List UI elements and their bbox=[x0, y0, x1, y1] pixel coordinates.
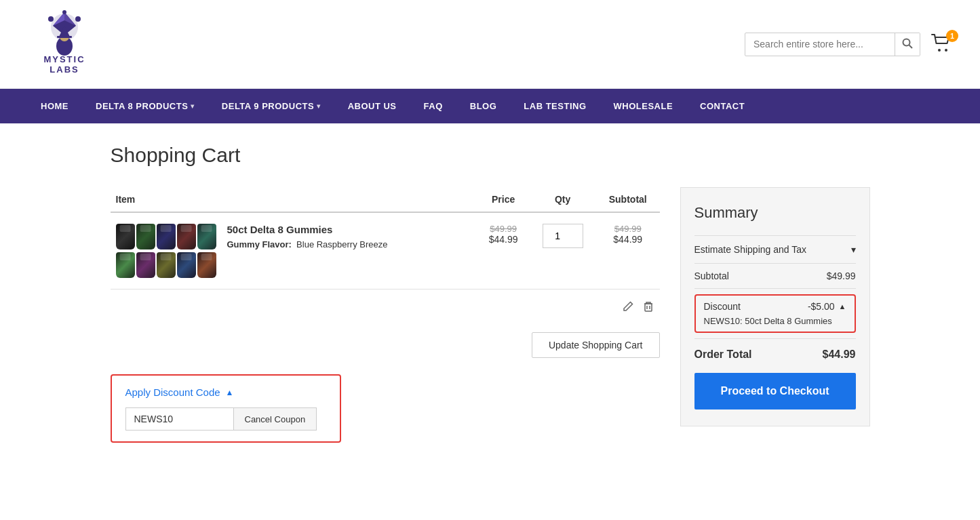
nav-link-contact[interactable]: CONTACT bbox=[686, 89, 758, 123]
order-total-row: Order Total $44.99 bbox=[694, 338, 856, 373]
nav-item-contact[interactable]: CONTACT bbox=[686, 89, 758, 123]
summary-panel: Summary Estimate Shipping and Tax ▾ Subt… bbox=[680, 187, 870, 426]
svg-point-4 bbox=[48, 16, 54, 22]
subtotal-value: $49.99 bbox=[827, 271, 856, 281]
cart-layout: Item Price Qty Subtotal bbox=[111, 187, 870, 443]
search-button[interactable] bbox=[895, 33, 920, 56]
nav-link-about[interactable]: ABOUT US bbox=[334, 89, 410, 123]
qty-cell bbox=[529, 212, 596, 289]
update-cart-button[interactable]: Update Shopping Cart bbox=[532, 332, 660, 358]
nav-item-faq[interactable]: FAQ bbox=[410, 89, 456, 123]
subtotal-sale: $44.99 bbox=[602, 234, 654, 245]
edit-icon[interactable] bbox=[622, 300, 634, 316]
discount-section: Apply Discount Code ▲ Cancel Coupon bbox=[111, 374, 341, 443]
svg-line-14 bbox=[909, 45, 913, 48]
search-icon bbox=[902, 38, 913, 49]
logo[interactable]: MYSTIC LABS bbox=[27, 7, 102, 81]
discount-wrapper: Discount -$5.00 ▲ NEWS10: 50ct Delta 8 G… bbox=[694, 289, 856, 338]
nav-link-blog[interactable]: BLOG bbox=[456, 89, 511, 123]
cart-main: Item Price Qty Subtotal bbox=[111, 187, 660, 443]
col-header-subtotal: Subtotal bbox=[596, 187, 660, 212]
cart-icon-wrap[interactable]: 1 bbox=[931, 34, 953, 55]
discount-amount: -$5.00 ▲ bbox=[808, 301, 846, 312]
chevron-up-icon: ▲ bbox=[839, 302, 846, 311]
discount-coupon-label: NEWS10: 50ct Delta 8 Gummies bbox=[704, 316, 846, 326]
svg-rect-10 bbox=[57, 36, 72, 38]
main-nav: HOME DELTA 8 PRODUCTS ▾ DELTA 9 PRODUCTS… bbox=[0, 89, 980, 123]
product-bottle bbox=[136, 224, 155, 249]
page-title: Shopping Cart bbox=[111, 144, 870, 167]
nav-item-home[interactable]: HOME bbox=[27, 89, 82, 123]
product-cell: 50ct Delta 8 Gummies Gummy Flavor: Blue … bbox=[116, 224, 472, 278]
svg-rect-17 bbox=[645, 304, 652, 311]
summary-subtotal-row: Subtotal $49.99 bbox=[694, 264, 856, 289]
order-total-value: $44.99 bbox=[823, 348, 856, 361]
product-attribute: Gummy Flavor: Blue Raspberry Breeze bbox=[227, 239, 388, 249]
attribute-label: Gummy Flavor: bbox=[227, 239, 292, 249]
price-cell: $49.99 $44.99 bbox=[477, 212, 529, 289]
cart-badge: 1 bbox=[946, 30, 958, 42]
logo-image: MYSTIC LABS bbox=[27, 7, 102, 81]
col-header-price: Price bbox=[477, 187, 529, 212]
search-wrapper bbox=[745, 33, 920, 56]
checkout-button[interactable]: Proceed to Checkout bbox=[694, 373, 856, 409]
subtotal-label: Subtotal bbox=[694, 271, 729, 281]
discount-toggle[interactable]: Apply Discount Code ▲ bbox=[125, 386, 326, 398]
product-bottle bbox=[116, 252, 135, 278]
discount-header-row: Discount -$5.00 ▲ bbox=[704, 301, 846, 312]
discount-label: Discount bbox=[704, 301, 741, 312]
header: MYSTIC LABS 1 bbox=[0, 0, 980, 89]
nav-link-lab-testing[interactable]: LAB TESTING bbox=[510, 89, 600, 123]
discount-code-input[interactable] bbox=[125, 407, 234, 431]
discount-value: -$5.00 bbox=[808, 301, 835, 312]
actions-row bbox=[111, 289, 660, 327]
estimate-shipping-row[interactable]: Estimate Shipping and Tax ▾ bbox=[694, 235, 856, 264]
cart-bottom: Update Shopping Cart bbox=[111, 332, 660, 358]
nav-link-delta8[interactable]: DELTA 8 PRODUCTS ▾ bbox=[82, 89, 208, 123]
chevron-down-icon: ▾ bbox=[851, 244, 856, 255]
product-bottle bbox=[197, 252, 216, 278]
product-name: 50ct Delta 8 Gummies bbox=[227, 224, 388, 235]
nav-item-delta8[interactable]: DELTA 8 PRODUCTS ▾ bbox=[82, 89, 208, 123]
product-bottle bbox=[136, 252, 155, 278]
subtotal-cell: $49.99 $44.99 bbox=[596, 212, 660, 289]
nav-item-about[interactable]: ABOUT US bbox=[334, 89, 410, 123]
table-row: 50ct Delta 8 Gummies Gummy Flavor: Blue … bbox=[111, 212, 660, 289]
nav-link-faq[interactable]: FAQ bbox=[410, 89, 456, 123]
cancel-coupon-button[interactable]: Cancel Coupon bbox=[234, 407, 317, 431]
svg-point-6 bbox=[62, 10, 66, 14]
product-image-row-2 bbox=[116, 252, 216, 278]
svg-point-15 bbox=[938, 49, 941, 52]
nav-link-wholesale[interactable]: WHOLESALE bbox=[600, 89, 687, 123]
discount-input-row: Cancel Coupon bbox=[125, 407, 326, 431]
product-bottle bbox=[197, 224, 216, 249]
nav-item-delta9[interactable]: DELTA 9 PRODUCTS ▾ bbox=[208, 89, 334, 123]
discount-toggle-label: Apply Discount Code bbox=[125, 386, 220, 398]
header-right: 1 bbox=[745, 33, 953, 56]
product-image-row-1 bbox=[116, 224, 216, 249]
summary-title: Summary bbox=[694, 204, 856, 222]
discount-box: Discount -$5.00 ▲ NEWS10: 50ct Delta 8 G… bbox=[694, 294, 856, 333]
attribute-value: Blue Raspberry Breeze bbox=[296, 239, 387, 249]
product-info: 50ct Delta 8 Gummies Gummy Flavor: Blue … bbox=[227, 224, 388, 249]
search-input[interactable] bbox=[745, 34, 895, 54]
nav-link-delta9[interactable]: DELTA 9 PRODUCTS ▾ bbox=[208, 89, 334, 123]
svg-point-16 bbox=[945, 49, 947, 52]
price-original: $49.99 bbox=[483, 224, 524, 234]
delete-icon[interactable] bbox=[642, 300, 654, 316]
qty-input[interactable] bbox=[543, 224, 583, 248]
chevron-down-icon: ▾ bbox=[191, 102, 195, 110]
nav-item-blog[interactable]: BLOG bbox=[456, 89, 511, 123]
svg-point-13 bbox=[903, 39, 910, 45]
nav-link-home[interactable]: HOME bbox=[27, 89, 82, 123]
product-bottle bbox=[157, 224, 176, 249]
nav-item-lab-testing[interactable]: LAB TESTING bbox=[510, 89, 600, 123]
nav-item-wholesale[interactable]: WHOLESALE bbox=[600, 89, 687, 123]
order-total-label: Order Total bbox=[694, 348, 752, 361]
svg-text:LABS: LABS bbox=[50, 64, 79, 75]
chevron-up-icon: ▲ bbox=[226, 388, 234, 397]
chevron-down-icon: ▾ bbox=[317, 102, 321, 110]
svg-point-5 bbox=[75, 16, 81, 22]
price-sale: $44.99 bbox=[483, 234, 524, 245]
product-bottle bbox=[157, 252, 176, 278]
